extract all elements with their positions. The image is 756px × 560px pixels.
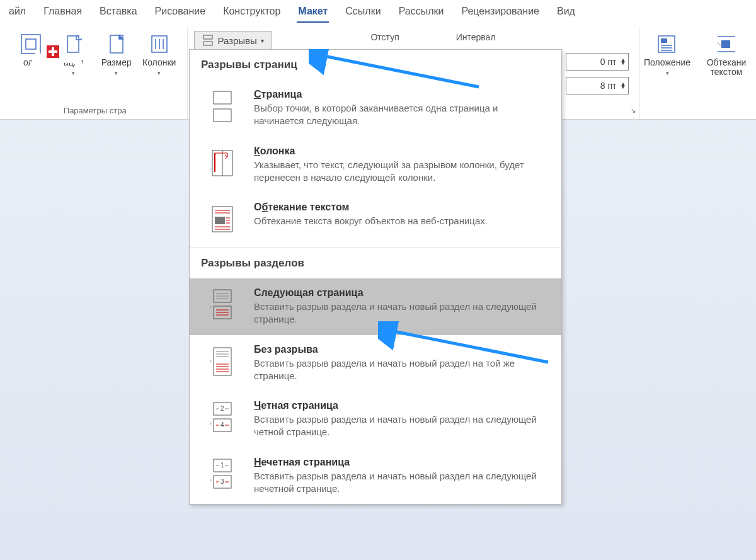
break-text-wrapping[interactable]: Обтекание текстом Обтекание текста вокру…: [190, 193, 561, 248]
columns-button[interactable]: Колонки ▾: [142, 29, 176, 76]
svg-rect-23: [215, 217, 225, 224]
watermark-logo: [19, 48, 88, 100]
tab-review[interactable]: Рецензирование: [452, 1, 548, 22]
tab-mailings[interactable]: Рассылки: [390, 1, 453, 22]
svg-rect-9: [203, 42, 212, 45]
spacing-after-input[interactable]: 8 пт ▲▼: [566, 77, 629, 94]
group-page-setup-caption: Параметры стра: [3, 106, 187, 115]
page-breaks-header: Разрывы страниц: [190, 50, 561, 80]
svg-rect-15: [721, 40, 730, 48]
breaks-button[interactable]: Разрывы ▾: [194, 31, 272, 50]
chevron-down-icon: ▾: [158, 70, 161, 76]
position-button[interactable]: Положение ▾: [642, 29, 692, 77]
svg-text:›: ›: [210, 477, 212, 483]
section-break-next-page-icon: ›: [205, 287, 240, 324]
svg-text:›: ›: [210, 358, 212, 364]
wrap-text-label: Обтекани текстом: [707, 58, 747, 77]
break-column-title: Колонка: [254, 146, 549, 157]
svg-text:3: 3: [220, 478, 224, 485]
position-label: Положение: [644, 58, 690, 67]
break-column-icon: [205, 146, 240, 183]
tab-view[interactable]: Вид: [548, 1, 584, 22]
swiss-cross-icon: [47, 45, 59, 58]
break-page[interactable]: Страница Выбор точки, в которой заканчив…: [190, 80, 561, 137]
break-text-wrapping-desc: Обтекание текста вокруг объектов на веб-…: [254, 215, 549, 227]
chevron-down-icon: ▾: [666, 70, 669, 76]
section-break-continuous[interactable]: › Без разрыва Вставить разрыв раздела и …: [190, 335, 561, 392]
section-break-odd-page-desc: Вставить разрыв раздела и начать новый р…: [254, 470, 549, 496]
section-break-continuous-title: Без разрыва: [254, 344, 549, 355]
break-text-wrapping-icon: [205, 202, 240, 239]
ribbon-tabs: айл Главная Вставка Рисование Конструкто…: [0, 0, 756, 23]
section-breaks-header: Разрывы разделов: [190, 248, 561, 278]
svg-text:1: 1: [220, 462, 224, 469]
break-page-desc: Выбор точки, в которой заканчивается одн…: [254, 102, 549, 128]
svg-text:4: 4: [220, 421, 224, 428]
break-column-desc: Указывает, что текст, следующий за разры…: [254, 159, 549, 185]
size-button[interactable]: Размер ▾: [100, 29, 134, 76]
size-label: Размер: [101, 58, 132, 67]
break-page-title: Страница: [254, 89, 549, 100]
svg-rect-18: [214, 91, 231, 104]
group-arrange: Положение ▾ Обтекани текстом: [640, 26, 753, 119]
section-break-next-page[interactable]: › Следующая страница Вставить разрыв раз…: [190, 278, 561, 335]
section-break-even-page[interactable]: 2›4 Четная страница Вставить разрыв разд…: [190, 391, 561, 448]
tab-design[interactable]: Конструктор: [214, 1, 289, 22]
tab-home[interactable]: Главная: [35, 1, 91, 22]
section-break-continuous-icon: ›: [205, 344, 240, 381]
section-break-even-page-icon: 2›4: [205, 400, 240, 437]
svg-rect-40: [214, 348, 231, 375]
svg-text:›: ›: [210, 421, 212, 426]
tab-layout[interactable]: Макет: [289, 1, 336, 22]
breaks-label: Разрывы: [217, 35, 256, 46]
spinner-arrows[interactable]: ▲▼: [621, 83, 626, 89]
spacing-label: Интервал: [456, 32, 496, 42]
break-column[interactable]: Колонка Указывает, что текст, следующий …: [190, 137, 561, 193]
svg-text:2: 2: [220, 405, 224, 412]
break-page-icon: [205, 89, 240, 126]
svg-rect-10: [658, 36, 675, 52]
chevron-down-icon: ▾: [261, 37, 264, 44]
svg-text:›: ›: [210, 304, 212, 310]
section-break-next-page-desc: Вставить разрыв раздела и начать новый р…: [254, 300, 549, 326]
dialog-launcher-icon[interactable]: ↘: [629, 106, 637, 115]
section-break-next-page-title: Следующая страница: [254, 287, 549, 299]
spacing-before-value: 0 пт: [600, 57, 617, 67]
tab-file[interactable]: айл: [0, 1, 35, 22]
spacing-after-value: 8 пт: [600, 81, 617, 91]
tab-references[interactable]: Ссылки: [336, 1, 389, 22]
section-break-odd-page[interactable]: 1›3 Нечетная страница Вставить разрыв ра…: [190, 448, 561, 505]
section-break-even-page-title: Четная страница: [254, 400, 549, 411]
svg-rect-19: [214, 109, 231, 122]
svg-rect-11: [661, 38, 667, 43]
page-break-icon: [202, 35, 214, 46]
spinner-arrows[interactable]: ▲▼: [621, 59, 626, 65]
tab-draw[interactable]: Рисование: [146, 1, 215, 22]
svg-rect-8: [203, 35, 212, 39]
section-break-even-page-desc: Вставить разрыв раздела и начать новый р…: [254, 413, 549, 439]
breaks-dropdown: Разрывы страниц Страница Выбор точки, в …: [189, 49, 562, 505]
chevron-down-icon: ▾: [115, 70, 118, 76]
break-text-wrapping-title: Обтекание текстом: [254, 202, 549, 213]
columns-label: Колонки: [142, 58, 176, 67]
section-break-odd-page-title: Нечетная страница: [254, 457, 549, 468]
indent-label: Отступ: [370, 32, 399, 42]
wrap-text-button[interactable]: Обтекани текстом: [701, 29, 752, 77]
section-break-continuous-desc: Вставить разрыв раздела и начать новый р…: [254, 357, 549, 383]
tab-insert[interactable]: Вставка: [91, 1, 146, 22]
spacing-before-input[interactable]: 0 пт ▲▼: [566, 53, 629, 71]
section-break-odd-page-icon: 1›3: [205, 457, 240, 494]
